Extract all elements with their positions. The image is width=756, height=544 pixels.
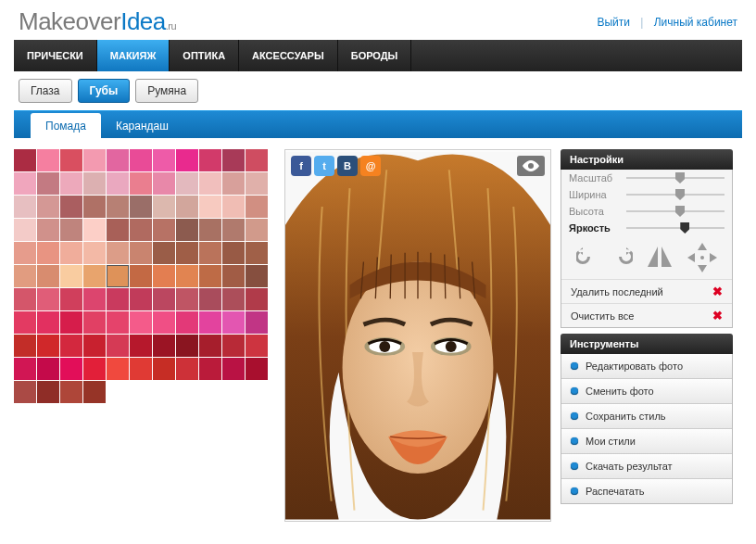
sub-nav-1[interactable]: Губы <box>78 79 131 103</box>
color-swatch[interactable] <box>83 196 106 218</box>
color-swatch[interactable] <box>153 311 175 334</box>
color-swatch[interactable] <box>176 219 198 241</box>
color-swatch[interactable] <box>60 381 82 403</box>
slider-thumb[interactable] <box>675 172 685 183</box>
color-swatch[interactable] <box>14 172 36 195</box>
color-swatch[interactable] <box>107 288 129 310</box>
main-nav-макияж[interactable]: МАКИЯЖ <box>97 40 170 71</box>
color-swatch[interactable] <box>153 172 175 195</box>
color-swatch[interactable] <box>153 196 175 218</box>
color-swatch[interactable] <box>153 265 175 287</box>
color-swatch[interactable] <box>222 172 245 195</box>
color-swatch[interactable] <box>246 196 268 218</box>
color-swatch[interactable] <box>14 242 36 264</box>
color-swatch[interactable] <box>199 335 221 357</box>
color-swatch[interactable] <box>246 265 268 287</box>
color-swatch[interactable] <box>37 219 59 241</box>
color-swatch[interactable] <box>153 219 175 241</box>
toggle-preview-button[interactable] <box>517 156 545 176</box>
color-swatch[interactable] <box>83 242 106 264</box>
color-swatch[interactable] <box>222 335 245 357</box>
main-nav-аксессуары[interactable]: АКСЕССУАРЫ <box>239 40 338 71</box>
color-swatch[interactable] <box>246 358 268 380</box>
color-swatch[interactable] <box>176 242 198 264</box>
color-swatch[interactable] <box>199 288 221 310</box>
color-swatch[interactable] <box>199 311 221 334</box>
color-swatch[interactable] <box>246 219 268 241</box>
color-swatch[interactable] <box>153 335 175 357</box>
color-swatch[interactable] <box>246 335 268 357</box>
color-swatch[interactable] <box>199 196 221 218</box>
color-swatch[interactable] <box>176 265 198 287</box>
color-swatch[interactable] <box>130 149 152 171</box>
color-swatch[interactable] <box>176 311 198 334</box>
color-swatch[interactable] <box>130 242 152 264</box>
color-swatch[interactable] <box>199 242 221 264</box>
slider-thumb[interactable] <box>675 189 685 200</box>
color-swatch[interactable] <box>107 172 129 195</box>
arrow-up-icon[interactable] <box>698 243 707 252</box>
tool-item-5[interactable]: Распечатать <box>561 478 732 503</box>
color-swatch[interactable] <box>246 242 268 264</box>
color-swatch[interactable] <box>83 172 106 195</box>
color-swatch[interactable] <box>222 219 245 241</box>
color-swatch[interactable] <box>83 358 106 380</box>
color-swatch[interactable] <box>60 265 82 287</box>
undo-icon[interactable] <box>576 247 597 269</box>
color-swatch[interactable] <box>246 311 268 334</box>
color-swatch[interactable] <box>130 196 152 218</box>
center-dot-icon[interactable] <box>698 253 707 262</box>
color-swatch[interactable] <box>153 288 175 310</box>
color-swatch[interactable] <box>37 242 59 264</box>
color-swatch[interactable] <box>37 288 59 310</box>
slider-thumb[interactable] <box>680 222 689 234</box>
main-nav-прически[interactable]: ПРИЧЕСКИ <box>14 40 97 71</box>
color-swatch[interactable] <box>60 219 82 241</box>
color-swatch[interactable] <box>153 149 175 171</box>
tool-item-3[interactable]: Мои стили <box>561 428 732 453</box>
color-swatch[interactable] <box>60 149 82 171</box>
color-swatch[interactable] <box>37 196 59 218</box>
color-swatch[interactable] <box>60 311 82 334</box>
color-swatch[interactable] <box>60 242 82 264</box>
color-swatch[interactable] <box>176 196 198 218</box>
color-swatch[interactable] <box>130 172 152 195</box>
color-swatch[interactable] <box>222 149 245 171</box>
logo[interactable]: MakeoverIdea.ru <box>19 7 176 36</box>
color-swatch[interactable] <box>153 242 175 264</box>
color-swatch[interactable] <box>14 311 36 334</box>
color-swatch[interactable] <box>199 265 221 287</box>
color-swatch[interactable] <box>246 149 268 171</box>
color-swatch[interactable] <box>107 265 129 287</box>
color-swatch[interactable] <box>107 149 129 171</box>
color-swatch[interactable] <box>107 242 129 264</box>
color-swatch[interactable] <box>222 242 245 264</box>
color-swatch[interactable] <box>107 311 129 334</box>
color-swatch[interactable] <box>14 358 36 380</box>
color-swatch[interactable] <box>107 358 129 380</box>
sub-nav-2[interactable]: Румяна <box>135 79 198 103</box>
color-swatch[interactable] <box>107 196 129 218</box>
color-swatch[interactable] <box>222 358 245 380</box>
color-swatch[interactable] <box>60 172 82 195</box>
color-swatch[interactable] <box>37 335 59 357</box>
mailru-icon[interactable]: @ <box>360 156 381 176</box>
color-swatch[interactable] <box>176 335 198 357</box>
color-swatch[interactable] <box>130 288 152 310</box>
color-swatch[interactable] <box>199 358 221 380</box>
color-swatch[interactable] <box>37 172 59 195</box>
main-nav-бороды[interactable]: БОРОДЫ <box>338 40 412 71</box>
slider-track[interactable] <box>626 208 724 215</box>
color-swatch[interactable] <box>176 172 198 195</box>
slider-track[interactable] <box>626 174 724 182</box>
color-swatch[interactable] <box>176 358 198 380</box>
color-swatch[interactable] <box>14 381 36 403</box>
color-swatch[interactable] <box>60 196 82 218</box>
main-nav-оптика[interactable]: ОПТИКА <box>170 40 239 71</box>
color-swatch[interactable] <box>60 358 82 380</box>
tab-1[interactable]: Карандаш <box>101 113 183 138</box>
color-swatch[interactable] <box>222 196 245 218</box>
color-swatch[interactable] <box>199 149 221 171</box>
color-swatch[interactable] <box>176 288 198 310</box>
color-swatch[interactable] <box>130 311 152 334</box>
